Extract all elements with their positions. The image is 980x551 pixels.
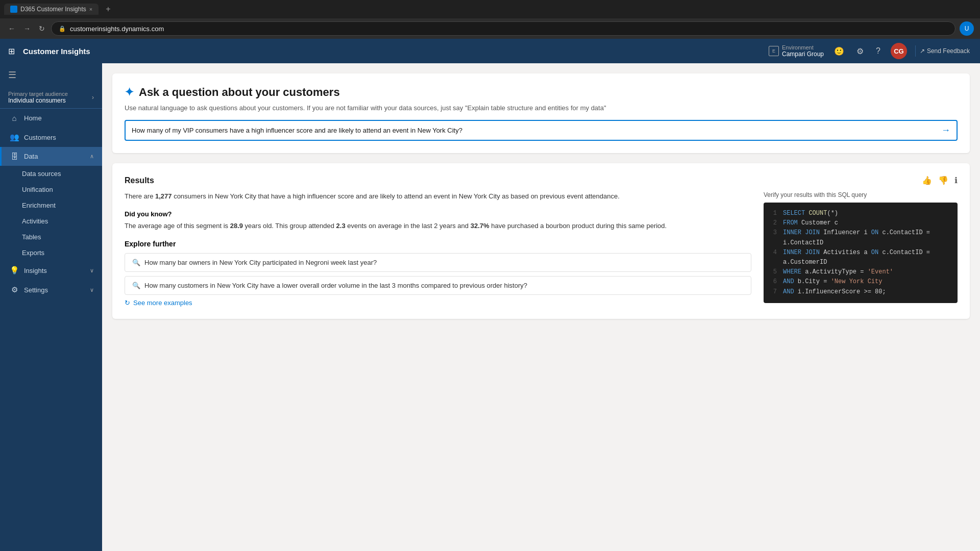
sidebar-item-data-sources[interactable]: Data sources [0, 166, 102, 182]
sql-line-num: 6 [770, 277, 777, 287]
ai-description: Use natural language to ask questions ab… [125, 104, 958, 112]
environment-label: Environment [782, 44, 824, 51]
close-tab-button[interactable]: × [89, 6, 92, 12]
ai-star-icon: ✦ [125, 86, 134, 99]
exports-label: Exports [22, 249, 44, 257]
info-button[interactable]: ℹ [954, 176, 958, 185]
sidebar-item-insights[interactable]: 💡 Insights ∨ [0, 261, 102, 280]
sidebar-item-label: Insights [24, 267, 85, 274]
sidebar-item-label: Settings [24, 286, 85, 294]
sidebar-item-enrichment[interactable]: Enrichment [0, 197, 102, 213]
primary-target-text: Primary target audience Individual consu… [8, 91, 68, 104]
send-feedback-button[interactable]: ↗ Send Feedback [915, 45, 974, 57]
sidebar-toggle-button[interactable]: ☰ [0, 63, 102, 87]
see-more-refresh-icon: ↻ [125, 299, 130, 307]
consumer-count: 1,277 [155, 192, 172, 200]
sql-code-block: 1 SELECT COUNT(*) 2 FROM Customer c 3 IN… [764, 203, 958, 303]
explore-item-1[interactable]: 🔍 How many bar owners in New York City p… [125, 253, 751, 272]
results-title: Results [125, 176, 154, 185]
unification-label: Unification [22, 186, 53, 193]
primary-target-chevron-icon: › [92, 94, 94, 101]
results-actions: 👍 👎 ℹ [922, 176, 958, 185]
query-input[interactable] [132, 127, 937, 134]
sql-line-num: 3 [770, 228, 777, 247]
main-layout: ☰ Primary target audience Individual con… [0, 63, 980, 551]
see-more-label: See more examples [133, 299, 192, 307]
primary-target-selector[interactable]: Primary target audience Individual consu… [0, 87, 102, 109]
explore-further-section: Explore further 🔍 How many bar owners in… [125, 240, 751, 307]
address-bar[interactable]: 🔒 customerinsights.dynamics.com [51, 21, 955, 36]
browser-chrome: D365 Customer Insights × + [0, 0, 980, 18]
sidebar-item-exports[interactable]: Exports [0, 245, 102, 261]
see-more-examples-button[interactable]: ↻ See more examples [125, 299, 751, 307]
sql-line-1: 1 SELECT COUNT(*) [770, 209, 951, 218]
sql-code-1: SELECT COUNT(*) [783, 209, 838, 218]
sql-code-3: INNER JOIN Influencer i ON c.ContactID =… [783, 228, 951, 247]
sql-line-num: 7 [770, 287, 777, 297]
forward-button[interactable]: → [21, 22, 33, 35]
events-highlight: 2.3 [336, 222, 346, 230]
environment-info[interactable]: E Environment Campari Group [769, 44, 824, 58]
results-body: There are 1,277 consumers in New York Ci… [125, 191, 751, 202]
data-icon: 🗄 [10, 152, 19, 161]
sql-line-num: 4 [770, 248, 777, 267]
results-layout: There are 1,277 consumers in New York Ci… [125, 191, 958, 307]
settings-nav-icon: ⚙ [10, 285, 19, 294]
address-bar-row: ← → ↻ 🔒 customerinsights.dynamics.com U [0, 18, 980, 39]
data-expand-icon: ∧ [90, 153, 94, 160]
sidebar-item-label: Home [24, 114, 94, 122]
thumbdown-button[interactable]: 👎 [938, 176, 948, 185]
refresh-button[interactable]: ↻ [37, 22, 47, 35]
sidebar-item-unification[interactable]: Unification [0, 182, 102, 197]
sidebar-item-home[interactable]: ⌂ Home [0, 109, 102, 128]
sql-line-num: 5 [770, 267, 777, 277]
explore-title: Explore further [125, 240, 751, 248]
explore-item-2[interactable]: 🔍 How many customers in New York City ha… [125, 276, 751, 295]
sql-line-7: 7 AND i.InfluencerScore >= 80; [770, 287, 951, 297]
query-input-wrapper: → [125, 120, 958, 141]
browser-tab[interactable]: D365 Customer Insights × [4, 4, 99, 15]
explore-search-icon-1: 🔍 [132, 259, 140, 266]
send-feedback-label: Send Feedback [927, 47, 970, 55]
sidebar-item-activities[interactable]: Activities [0, 213, 102, 229]
explore-item-1-text: How many bar owners in New York City par… [144, 259, 377, 266]
sql-line-3: 3 INNER JOIN Influencer i ON c.ContactID… [770, 228, 951, 247]
settings-icon[interactable]: ⚙ [854, 44, 866, 58]
app-title: Customer Insights [23, 47, 90, 56]
sidebar-item-data[interactable]: 🗄 Data ∧ [0, 147, 102, 166]
browser-user-avatar[interactable]: U [960, 21, 974, 36]
back-button[interactable]: ← [6, 22, 17, 35]
home-icon: ⌂ [10, 114, 19, 122]
tab-favicon [10, 6, 17, 13]
sidebar-item-tables[interactable]: Tables [0, 229, 102, 245]
insights-icon: 💡 [10, 266, 19, 275]
primary-target-value: Individual consumers [8, 97, 68, 104]
explore-search-icon-2: 🔍 [132, 282, 140, 289]
sql-code-5: WHERE a.ActivityType = 'Event' [783, 267, 893, 277]
percentage-highlight: 32.7% [471, 222, 489, 230]
waffle-menu-icon[interactable]: ⊞ [6, 44, 17, 58]
results-left: There are 1,277 consumers in New York Ci… [125, 191, 751, 307]
sql-code-7: AND i.InfluencerScore >= 80; [783, 287, 886, 297]
smiley-icon[interactable]: 🙂 [832, 44, 846, 58]
help-icon[interactable]: ? [874, 44, 883, 58]
ai-card-title: ✦ Ask a question about your customers [125, 86, 958, 99]
results-card: Results 👍 👎 ℹ There are 1,277 consumers … [112, 163, 970, 319]
new-tab-button[interactable]: + [103, 4, 113, 15]
sidebar-item-label: Customers [24, 134, 94, 141]
sql-line-num: 1 [770, 209, 777, 218]
app-header: ⊞ Customer Insights E Environment Campar… [0, 39, 980, 63]
sidebar-item-customers[interactable]: 👥 Customers [0, 128, 102, 147]
header-right: E Environment Campari Group 🙂 ⚙ ? CG ↗ S… [769, 43, 974, 59]
sidebar: ☰ Primary target audience Individual con… [0, 63, 102, 551]
sql-line-4: 4 INNER JOIN Activities a ON c.ContactID… [770, 248, 951, 267]
thumbup-button[interactable]: 👍 [922, 176, 932, 185]
sql-line-2: 2 FROM Customer c [770, 218, 951, 228]
query-submit-button[interactable]: → [941, 125, 950, 136]
send-feedback-icon: ↗ [920, 47, 925, 55]
sidebar-item-settings[interactable]: ⚙ Settings ∨ [0, 280, 102, 299]
explore-item-2-text: How many customers in New York City have… [144, 282, 527, 289]
did-you-know-title: Did you know? [125, 210, 751, 218]
sql-code-2: FROM Customer c [783, 218, 838, 228]
user-avatar[interactable]: CG [891, 43, 907, 59]
